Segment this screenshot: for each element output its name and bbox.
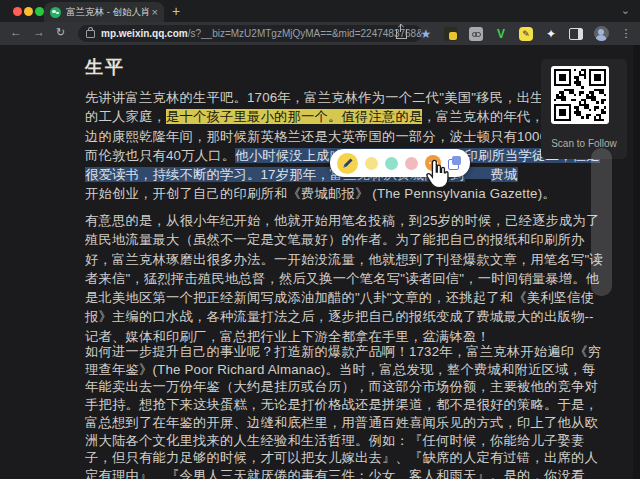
forward-button[interactable]: → xyxy=(33,25,45,39)
window-minimize-button[interactable] xyxy=(24,7,33,16)
url-text: mp.weixin.qq.com/s?__biz=MzU2MTgzMjQyMA=… xyxy=(101,28,422,39)
share-icon[interactable] xyxy=(393,26,409,42)
article-line: 的工人家庭，是十个孩子里最小的那一个。值得注意的是，富兰克林的年代，是中国这 xyxy=(85,107,555,126)
highlighter-pen-button[interactable] xyxy=(337,153,358,174)
window-zoom-button[interactable] xyxy=(35,7,44,16)
article-line: 很爱读书，持续不断的学习。17岁那年，富兰克林从费城离开到费城 xyxy=(85,165,555,184)
extension-icon[interactable]: V xyxy=(493,26,509,42)
paragraph: 有意思的是，从很小年纪开始，他就开始用笔名投稿，到25岁的时候，已经逐步成为了殖… xyxy=(85,211,555,346)
article-line: 殖民地流量最大（虽然不一定是文笔最好）的作者。为了能把自己的报纸和印刷所办 xyxy=(85,230,555,249)
article-line: 有意思的是，从很小年纪开始，他就开始用笔名投稿，到25岁的时候，已经逐步成为了 xyxy=(85,211,555,230)
color-yellow-button[interactable] xyxy=(365,157,378,170)
toolbar-icons: ★ V ✎ ✦ ⋮ xyxy=(393,24,634,43)
text-run: 报》主编的口水战，各种流量打法之后，逐步把自己的报纸变成了费城最大的出版物-- xyxy=(85,309,594,324)
article-line: 开始创业，开创了自己的印刷所和《费城邮报》 (The Pennsylvania … xyxy=(85,184,555,203)
new-tab-button[interactable]: + xyxy=(172,3,180,19)
extension-icon[interactable]: ✦ xyxy=(543,26,559,42)
extension-icon[interactable] xyxy=(468,26,484,42)
article-line: 富总想到了在年鉴的开屏、边缝和底栏里，用普通百姓喜闻乐见的方式，印上了他从欧 xyxy=(85,414,555,432)
url-domain: mp.weixin.qq.com xyxy=(101,28,188,39)
window-close-button[interactable] xyxy=(13,7,22,16)
text-run: 富总想到了在年鉴的开屏、边缝和底栏里，用普通百姓喜闻乐见的方式，印上了他从欧 xyxy=(85,415,598,430)
reload-button[interactable]: ↻ xyxy=(56,26,65,39)
selected-text: 费城 xyxy=(491,167,518,182)
text-run: 记者、媒体和印刷厂，富总把行业上下游全都拿在手里，盆满钵盈！ xyxy=(85,329,490,344)
page-title: 生平 xyxy=(85,55,125,79)
article-line: 报》主编的口水战，各种流量打法之后，逐步把自己的报纸变成了费城最大的出版物-- xyxy=(85,307,555,326)
article-line: 定有理由』、『令男人三天就厌倦的事有三件：少女、客人和雨天』。是的，你没看 xyxy=(85,467,555,479)
article-line: 是北美地区第一个把正经新闻写成添油加醋的"八卦"文章的，还挑起了和《美利坚信使 xyxy=(85,288,555,307)
text-run: 洲大陆各个文化里找来的人生经验和生活哲理。例如：『任何时候，你能给儿子娶妻 xyxy=(85,433,584,448)
qr-follow-panel: Scan to Follow xyxy=(541,59,627,159)
article-line: 好，富兰克林琢磨出很多办法。一开始没流量，他就想到了刊登爆款文章，用笔名写"读 xyxy=(85,250,555,269)
text-run: 开始创业，开创了自己的印刷所和《费城邮报》 (The Pennsylvania … xyxy=(85,186,556,201)
paragraph: 如何进一步提升自己的事业呢？打造新的爆款产品啊！1732年，富兰克林开始遍印《穷… xyxy=(85,343,555,479)
highlighted-text: 是十个孩子里最小的那一个。值得注意的是 xyxy=(166,109,422,124)
address-bar[interactable]: mp.weixin.qq.com/s?__biz=MzU2MTgzMjQyMA=… xyxy=(78,25,422,42)
article-line: 年能卖出去一万份年鉴（大约是挂历或台历），而这部分市场份额，主要被他的竞争对 xyxy=(85,378,555,396)
text-run: 好，富兰克林琢磨出很多办法。一开始没流量，他就想到了刊登爆款文章，用笔名写"读 xyxy=(85,252,603,267)
article-line: 而伦敦也只有40万人口。他小时候没上成哈佛本科，在肥皂厂和印刷所当学徒工，但是 xyxy=(85,146,555,165)
paragraph: 先讲讲富兰克林的生平吧。1706年，富兰克林作为一个二代"美国"移民，出生在波士… xyxy=(85,88,555,204)
article-line: 洲大陆各个文化里找来的人生经验和生活哲理。例如：『任何时候，你能给儿子娶妻 xyxy=(85,432,555,450)
qr-code xyxy=(551,66,609,124)
text-run: 的工人家庭， xyxy=(85,109,166,124)
bookmark-star-icon[interactable]: ★ xyxy=(418,26,434,42)
article-line: 如何进一步提升自己的事业呢？打造新的爆款产品啊！1732年，富兰克林开始遍印《穷 xyxy=(85,343,555,361)
text-run: 如何进一步提升自己的事业呢？打造新的爆款产品啊！1732年，富兰克林开始遍印《穷 xyxy=(85,344,601,359)
text-run: 有意思的是，从很小年纪开始，他就开始用笔名投稿，到25岁的时候，已经逐步成为了 xyxy=(85,213,600,228)
chevron-down-icon[interactable]: ⌄ xyxy=(621,4,630,17)
article-line: 边的康熙乾隆年间，那时候新英格兰还是大英帝国的一部分，波士顿只有1000户人家， xyxy=(85,127,555,146)
lock-icon xyxy=(86,30,95,38)
text-run: 而伦敦也只有40万人口。 xyxy=(85,148,235,163)
article-line: 者来信"，猛烈抨击殖民地总督，然后又换一个笔名写"读者回信"，一时间销量暴增。他 xyxy=(85,269,555,288)
text-run: 手把持。想抢下来这块蛋糕，无论是打价格战还是拼渠道，都不是很好的策略。于是， xyxy=(85,397,598,412)
profile-avatar[interactable] xyxy=(593,26,609,42)
wechat-favicon-icon xyxy=(50,7,61,18)
hand-cursor xyxy=(423,158,453,192)
text-run: 年能卖出去一万份年鉴（大约是挂历或台历），而这部分市场份额，主要被他的竞争对 xyxy=(85,379,598,394)
back-button[interactable]: ← xyxy=(10,25,22,39)
tab-title: 富兰克林 - 创始人肖像计划 <Ep… xyxy=(66,6,149,19)
text-run: 边的康熙乾隆年间，那时候新英格兰还是大英帝国的一部分，波士顿只有1000户人家， xyxy=(85,129,601,144)
text-run: 子，但只有能力足够的时候，才可以把女儿嫁出去』、『缺席的人定有过错，出席的人 xyxy=(85,450,598,465)
article-line: 理查年鉴》(The Poor Richard Almanac)。当时，富总发现，… xyxy=(85,361,555,379)
text-run: 是北美地区第一个把正经新闻写成添油加醋的"八卦"文章的，还挑起了和《美利坚信使 xyxy=(85,290,594,305)
text-run: 理查年鉴》(The Poor Richard Almanac)。当时，富总发现，… xyxy=(85,362,595,377)
article-page: 生平 先讲讲富兰克林的生平吧。1706年，富兰克林作为一个二代"美国"移民，出生… xyxy=(0,45,640,479)
extension-icon[interactable]: ✎ xyxy=(518,26,534,42)
tab-strip: 富兰克林 - 创始人肖像计划 <Ep… × + ⌄ xyxy=(0,0,640,22)
browser-tab[interactable]: 富兰克林 - 创始人肖像计划 <Ep… × xyxy=(44,2,164,22)
text-run: 殖民地流量最大（虽然不一定是文笔最好）的作者。为了能把自己的报纸和印刷所办 xyxy=(85,232,584,247)
text-run: 者来信"，猛烈抨击殖民地总督，然后又换一个笔名写"读者回信"，一时间销量暴增。他 xyxy=(85,271,599,286)
text-run: 先讲讲富兰克林的生平吧。1706年，富兰克林作为一个二代"美国"移民，出生在波士… xyxy=(85,90,598,105)
qr-caption: Scan to Follow xyxy=(541,138,627,149)
url-path: /s?__biz=MzU2MTgzMjQyMA==&mid=2247483768… xyxy=(188,28,422,39)
article-line: 子，但只有能力足够的时候，才可以把女儿嫁出去』、『缺席的人定有过错，出席的人 xyxy=(85,449,555,467)
tab-close-icon[interactable]: × xyxy=(152,6,158,18)
text-run: 定有理由』、『令男人三天就厌倦的事有三件：少女、客人和雨天』。是的，你没看 xyxy=(85,468,584,479)
extension-icon[interactable] xyxy=(443,26,459,42)
menu-dots-icon[interactable]: ⋮ xyxy=(618,26,634,42)
side-panel-icon[interactable] xyxy=(568,26,584,42)
page-edge xyxy=(633,45,640,479)
article-line: 手把持。想抢下来这块蛋糕，无论是打价格战还是拼渠道，都不是很好的策略。于是， xyxy=(85,396,555,414)
color-pink-button[interactable] xyxy=(405,157,418,170)
color-mint-button[interactable] xyxy=(385,157,398,170)
floating-scrollbar-thumb[interactable] xyxy=(591,148,612,296)
article-line: 先讲讲富兰克林的生平吧。1706年，富兰克林作为一个二代"美国"移民，出生在波士… xyxy=(85,88,555,107)
